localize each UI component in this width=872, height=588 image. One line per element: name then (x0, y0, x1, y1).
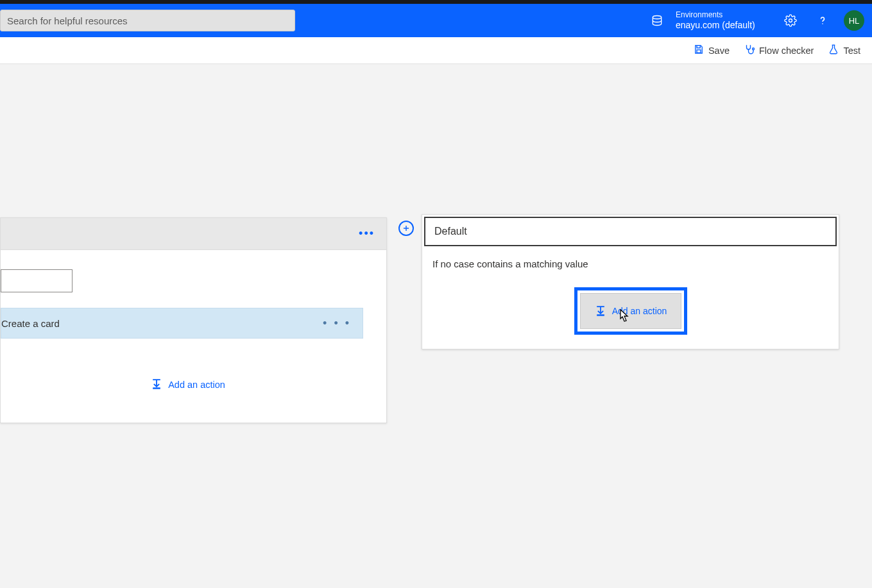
svg-point-2 (822, 23, 823, 24)
svg-point-0 (653, 16, 661, 19)
case-value-input[interactable] (1, 269, 73, 292)
insert-icon (594, 304, 607, 319)
user-avatar[interactable]: HL (844, 10, 864, 31)
default-branch-header[interactable]: Default (424, 217, 837, 246)
environment-selector[interactable]: Environments enayu.com (default) (676, 10, 772, 31)
avatar-initials: HL (849, 16, 860, 26)
environment-name: enayu.com (default) (676, 19, 763, 31)
top-bar: Environments enayu.com (default) HL (0, 4, 872, 37)
case-card-header: ••• (1, 218, 386, 250)
svg-point-1 (789, 19, 792, 22)
save-label: Save (708, 46, 730, 56)
flow-canvas[interactable]: ••• Create a card • • • Add an action (0, 64, 872, 588)
flow-checker-label: Flow checker (759, 46, 814, 56)
search-input[interactable] (6, 15, 289, 27)
default-branch-title: Default (434, 226, 467, 237)
action-row-menu-icon[interactable]: • • • (323, 317, 351, 330)
environment-icon[interactable] (644, 4, 671, 37)
save-button[interactable]: Save (693, 44, 730, 57)
environment-label: Environments (676, 10, 763, 19)
default-add-action-highlight: Add an action (574, 287, 687, 335)
svg-rect-3 (697, 50, 701, 53)
help-icon[interactable] (809, 4, 836, 37)
action-row-label: Create a card (1, 318, 60, 329)
search-box[interactable] (0, 10, 295, 31)
flask-icon (828, 44, 839, 57)
default-add-action-label: Add an action (612, 306, 667, 316)
settings-icon[interactable] (777, 4, 804, 37)
test-button[interactable]: Test (828, 44, 860, 57)
case-card: ••• Create a card • • • Add an action (0, 217, 387, 423)
stethoscope-icon (744, 44, 755, 57)
flow-checker-button[interactable]: Flow checker (744, 44, 814, 57)
case-add-action-label: Add an action (168, 380, 225, 390)
case-card-menu-icon[interactable]: ••• (359, 227, 375, 240)
command-bar: Save Flow checker Test (0, 37, 872, 64)
svg-point-4 (752, 48, 754, 50)
add-case-button[interactable] (398, 221, 414, 236)
insert-icon (150, 377, 163, 392)
save-icon (693, 44, 705, 57)
test-label: Test (843, 46, 860, 56)
default-add-action-button[interactable]: Add an action (580, 293, 681, 329)
create-a-card-action[interactable]: Create a card • • • (1, 308, 363, 339)
default-branch-card: Default If no case contains a matching v… (422, 214, 839, 349)
default-branch-description: If no case contains a matching value (422, 248, 839, 287)
case-add-action-button[interactable]: Add an action (1, 377, 375, 392)
